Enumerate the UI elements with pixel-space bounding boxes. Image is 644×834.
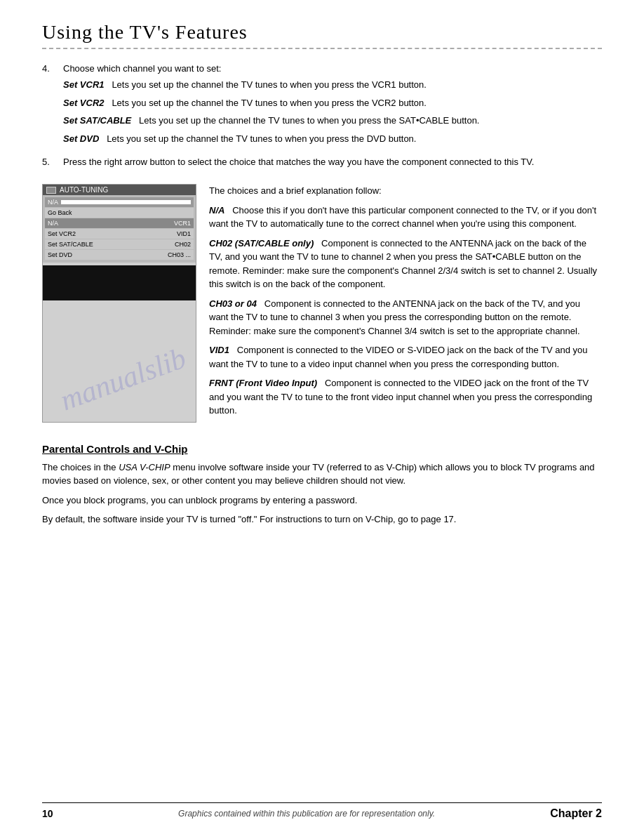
parental-section: Parental Controls and V-Chip The choices…: [42, 436, 602, 532]
item-number-5: 5.: [42, 157, 56, 167]
img-row-right-vcr2: VID1: [177, 230, 191, 237]
img-rows: N/A Go Back N/A VCR1 Set VCR2 VID1 Set S…: [43, 195, 196, 263]
img-row-left-na: N/A: [48, 220, 58, 227]
numbered-item-4: 4. Choose which channel you want to set:…: [42, 63, 602, 150]
img-row-left-goback: Go Back: [48, 209, 72, 216]
tv-icon: [46, 187, 56, 194]
parental-para-1: The choices in the USA V-CHIP menu invol…: [42, 461, 602, 488]
sub-item-satcable: Set SAT/CABLE Lets you set up the channe…: [63, 114, 602, 128]
sub-item-vcr2: Set VCR2 Lets you set up the channel the…: [63, 96, 602, 110]
entry-na-text: Choose this if you don't have this parti…: [209, 205, 596, 230]
entry-ch03: CH03 or 04 Component is connected to the…: [209, 297, 602, 338]
sub-item-dvd-label: Set DVD: [63, 133, 99, 144]
item-number-4: 4.: [42, 63, 56, 150]
entry-frnt: FRNT (Front Video Input) Component is co…: [209, 376, 602, 418]
footer: 10 Graphics contained within this public…: [42, 802, 602, 820]
usa-vchip-italic: USA V-CHIP: [119, 462, 170, 472]
entry-ch03-text: Component is connected to the ANTENNA ja…: [209, 298, 580, 336]
parental-para-2: Once you block programs, you can unblock…: [42, 494, 602, 508]
bar-label: N/A: [48, 199, 58, 206]
parental-heading: Parental Controls and V-Chip: [42, 443, 602, 455]
entry-vid1-text: Component is connected to the VIDEO or S…: [209, 345, 588, 369]
entry-ch03-label: CH03 or 04: [209, 298, 257, 309]
parental-para-3: By default, the software inside your TV …: [42, 512, 602, 527]
item-body-4: Choose which channel you want to set: Se…: [63, 63, 602, 150]
entry-vid1: VID1 Component is connected to the VIDEO…: [209, 343, 602, 371]
title-divider: [42, 48, 602, 49]
entry-na-label: N/A: [209, 205, 224, 216]
img-progress-bar: [61, 200, 191, 204]
entry-ch02: CH02 (SAT/CABLE only) Component is conne…: [209, 237, 602, 291]
img-row-vcr2: Set VCR2 VID1: [45, 229, 194, 239]
right-panel: The choices and a brief explanation foll…: [209, 184, 602, 423]
entry-intro: The choices and a brief explanation foll…: [209, 184, 602, 198]
img-row-right-dvd: CH03 ...: [168, 251, 191, 258]
watermark: manualslib: [57, 343, 190, 415]
sub-item-dvd: Set DVD Lets you set up the channel the …: [63, 132, 602, 146]
img-header-text: AUTO-TUNING: [60, 186, 108, 194]
sub-item-satcable-text: Lets you set up the channel the TV tunes…: [139, 115, 479, 126]
main-content: 4. Choose which channel you want to set:…: [42, 63, 602, 532]
img-row-right-satcable: CH02: [175, 241, 191, 248]
item-5-text: Press the right arrow button to select t…: [63, 157, 534, 167]
numbered-item-5: 5. Press the right arrow button to selec…: [42, 157, 602, 167]
img-row-left-satcable: Set SAT/CABLE: [48, 241, 93, 248]
sub-item-vcr2-label: Set VCR2: [63, 98, 105, 108]
entry-ch02-label: CH02 (SAT/CABLE only): [209, 238, 314, 249]
sub-item-dvd-text: Lets you set up the channel the TV tunes…: [107, 133, 416, 144]
footer-chapter: Chapter 2: [550, 807, 602, 820]
entry-frnt-label: FRNT (Front Video Input): [209, 378, 317, 388]
img-black-bar: [43, 265, 196, 300]
sub-item-vcr2-text: Lets you set up the channel the TV tunes…: [112, 98, 427, 108]
footer-center-text: Graphics contained within this publicati…: [63, 809, 550, 819]
sub-item-vcr1-text: Lets you set up the channel the TV tunes…: [112, 79, 427, 90]
footer-page-number: 10: [42, 808, 63, 819]
img-row-left-dvd: Set DVD: [48, 251, 72, 258]
page-title: Using the TV's Features: [42, 21, 602, 44]
img-row-left-vcr2: Set VCR2: [48, 230, 76, 237]
img-row-goback: Go Back: [45, 208, 194, 218]
img-row-right-na: VCR1: [174, 220, 191, 227]
sub-item-vcr1-label: Set VCR1: [63, 79, 105, 90]
two-col-section: AUTO-TUNING N/A Go Back N/A VCR1 Set VCR…: [42, 184, 602, 423]
entry-na: N/A Choose this if you don't have this p…: [209, 204, 602, 231]
sub-item-vcr1: Set VCR1 Lets you set up the channel the…: [63, 78, 602, 92]
img-bar-row: N/A: [45, 197, 194, 207]
img-row-na: N/A VCR1: [45, 218, 194, 228]
item-4-intro: Choose which channel you want to set:: [63, 63, 602, 74]
sub-item-satcable-label: Set SAT/CABLE: [63, 115, 131, 126]
entry-vid1-label: VID1: [209, 345, 229, 355]
img-row-dvd: Set DVD CH03 ...: [45, 250, 194, 260]
img-header: AUTO-TUNING: [43, 185, 196, 195]
tv-screen-image: AUTO-TUNING N/A Go Back N/A VCR1 Set VCR…: [42, 184, 196, 423]
img-row-satcable: Set SAT/CABLE CH02: [45, 239, 194, 249]
item-body-5: Press the right arrow button to select t…: [63, 157, 602, 167]
